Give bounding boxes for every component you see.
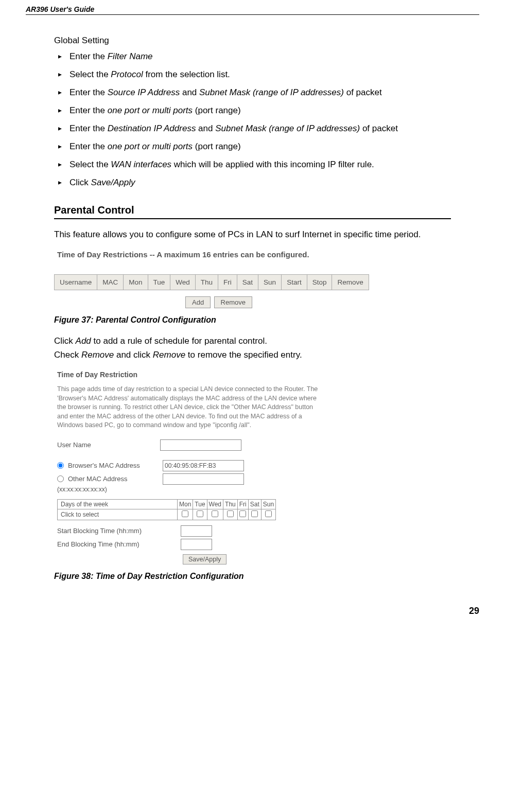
day-header: Tue <box>193 499 207 509</box>
other-mac-radio[interactable] <box>57 475 64 482</box>
col-header: Mon <box>124 275 148 290</box>
list-item: Select the WAN interfaces which will be … <box>54 159 451 171</box>
col-header: Fri <box>218 275 237 290</box>
other-mac-label: Other MAC Address <box>68 475 163 483</box>
day-checkbox-sat[interactable] <box>251 510 258 517</box>
day-header: Sat <box>248 499 261 509</box>
day-checkbox-sun[interactable] <box>265 510 272 517</box>
list-item: Enter the Filter Name <box>54 51 451 63</box>
list-item: Click Save/Apply <box>54 177 451 189</box>
parental-control-para: This feature allows you to configure som… <box>54 228 451 241</box>
list-item: Enter the Source IP Address and Subnet M… <box>54 87 451 99</box>
list-item: Select the Protocol from the selection l… <box>54 69 451 81</box>
header-model: AR396 <box>26 5 48 13</box>
figure-37: Time of Day Restrictions -- A maximum 16… <box>54 250 451 308</box>
day-checkbox-wed[interactable] <box>212 510 218 517</box>
col-header: Stop <box>307 275 332 290</box>
instruction-line: Check Remove and click Remove to remove … <box>54 349 451 362</box>
col-header: Thu <box>195 275 218 290</box>
browsers-mac-label: Browser's MAC Address <box>68 462 163 469</box>
col-header: Remove <box>332 275 369 290</box>
day-checkbox-fri[interactable] <box>239 510 246 517</box>
add-button[interactable]: Add <box>185 296 211 308</box>
fig38-title: Time of Day Restriction <box>57 370 327 379</box>
figure-37-caption: Figure 37: Parental Control Configuratio… <box>54 315 451 325</box>
list-item: Enter the one port or multi ports (port … <box>54 141 451 153</box>
figure-38-caption: Figure 38: Time of Day Restriction Confi… <box>54 572 451 581</box>
parental-control-heading: Parental Control <box>54 204 451 219</box>
col-header: Start <box>282 275 307 290</box>
restrictions-table: Username MAC Mon Tue Wed Thu Fri Sat Sun… <box>54 274 369 290</box>
end-time-input[interactable] <box>181 539 212 550</box>
day-checkbox-mon[interactable] <box>182 510 188 517</box>
start-time-label: Start Blocking Time (hh:mm) <box>57 527 181 535</box>
col-header: MAC <box>97 275 124 290</box>
figure-38: Time of Day Restriction This page adds t… <box>54 370 327 564</box>
col-header: Tue <box>148 275 170 290</box>
click-to-select-label: Click to select <box>58 509 178 520</box>
start-time-input[interactable] <box>181 525 212 537</box>
browsers-mac-radio[interactable] <box>57 462 64 469</box>
page-number: 29 <box>0 606 479 616</box>
global-setting-list: Enter the Filter Name Select the Protoco… <box>54 51 451 189</box>
day-checkbox-tue[interactable] <box>197 510 203 517</box>
browsers-mac-input[interactable] <box>163 460 244 471</box>
day-header: Sun <box>261 499 275 509</box>
fig37-title: Time of Day Restrictions -- A maximum 16… <box>57 250 451 259</box>
user-name-input[interactable] <box>160 439 241 451</box>
day-header: Mon <box>178 499 193 509</box>
day-header: Fri <box>237 499 248 509</box>
mac-format-hint: (xx:xx:xx:xx:xx:xx) <box>57 486 324 493</box>
remove-button[interactable]: Remove <box>214 296 252 308</box>
other-mac-input[interactable] <box>163 473 244 485</box>
list-item: Enter the Destination IP Address and Sub… <box>54 123 451 135</box>
list-item: Enter the one port or multi ports (port … <box>54 105 451 117</box>
col-header: Sun <box>258 275 282 290</box>
user-name-label: User Name <box>57 441 160 449</box>
col-header: Username <box>55 275 97 290</box>
header-suffix: User's Guide <box>48 5 95 13</box>
global-setting-title: Global Setting <box>54 36 451 46</box>
day-header: Thu <box>223 499 238 509</box>
col-header: Wed <box>170 275 196 290</box>
end-time-label: End Blocking Time (hh:mm) <box>57 540 181 548</box>
day-header: Wed <box>207 499 223 509</box>
fig38-description: This page adds time of day restriction t… <box>57 385 324 430</box>
dow-label: Days of the week <box>58 499 178 509</box>
days-of-week-table: Days of the week Mon Tue Wed Thu Fri Sat… <box>57 499 276 520</box>
instruction-line: Click Add to add a rule of schedule for … <box>54 335 451 348</box>
day-checkbox-thu[interactable] <box>227 510 234 517</box>
col-header: Sat <box>237 275 258 290</box>
page-header: AR396 User's Guide <box>26 5 479 15</box>
save-apply-button[interactable]: Save/Apply <box>183 554 227 564</box>
